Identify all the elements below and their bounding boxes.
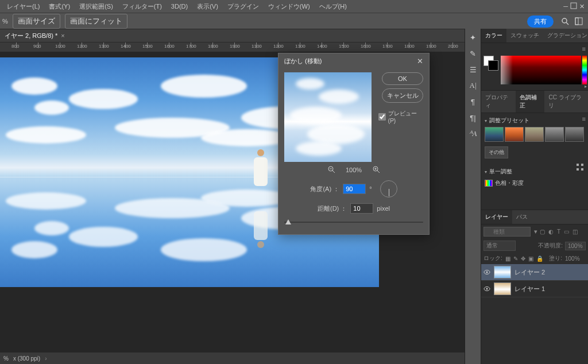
text-panel-icon[interactable]: A| xyxy=(468,80,478,91)
zoom-out-icon[interactable] xyxy=(327,165,335,175)
menu-plugin[interactable]: プラグイン xyxy=(224,1,262,12)
lock-all-icon[interactable]: 🔒 xyxy=(536,255,543,262)
background-swatch[interactable] xyxy=(488,60,498,71)
cancel-button[interactable]: キャンセル xyxy=(382,88,423,103)
adjust-menu-icon[interactable]: ≡ xyxy=(582,115,586,122)
filter-shape-icon[interactable]: ▭ xyxy=(564,229,569,235)
glyphs-panel-icon[interactable]: ¶| xyxy=(468,113,478,123)
preset-4[interactable] xyxy=(545,127,564,142)
menu-filter[interactable]: フィルター(T) xyxy=(119,1,165,12)
menu-3d[interactable]: 3D(D) xyxy=(168,2,191,11)
distance-slider[interactable] xyxy=(284,218,423,226)
maximize-icon[interactable] xyxy=(570,2,577,10)
filter-type-icon[interactable]: T xyxy=(557,229,560,235)
tab-color[interactable]: カラー xyxy=(481,29,506,42)
visibility-icon[interactable] xyxy=(483,269,490,276)
menubar: レイヤー(L) 書式(Y) 選択範囲(S) フィルター(T) 3D(D) 表示(… xyxy=(0,0,588,13)
adjustments-icon[interactable]: ☰ xyxy=(468,64,478,75)
menu-window[interactable]: ウィンドウ(W) xyxy=(265,1,314,12)
other-presets-button[interactable]: その他 xyxy=(485,146,508,158)
preset-2[interactable] xyxy=(505,127,524,142)
menu-layer[interactable]: レイヤー(L) xyxy=(3,1,43,12)
layer-filter-input[interactable] xyxy=(483,227,531,237)
tab-layers[interactable]: レイヤー xyxy=(481,210,512,224)
layers-list: レイヤー 2レイヤー 1 xyxy=(481,264,588,297)
lock-artboard-icon[interactable]: ▣ xyxy=(528,255,533,262)
preset-1[interactable] xyxy=(485,127,504,142)
color-panel: ≡ ▸ xyxy=(481,43,588,90)
dialog-preview[interactable] xyxy=(284,72,372,162)
lock-pixels-icon[interactable]: ▦ xyxy=(505,255,510,262)
character-panel-icon[interactable]: ᴬA xyxy=(468,129,478,139)
svg-point-15 xyxy=(486,288,488,290)
tab-adjustments[interactable]: 色調補正 xyxy=(516,91,545,113)
preset-3[interactable] xyxy=(525,127,544,142)
dialog-titlebar[interactable]: ぼかし (移動) ✕ xyxy=(278,53,429,69)
tab-cc-libraries[interactable]: CC ライブラリ xyxy=(544,91,588,113)
tab-paths[interactable]: パス xyxy=(512,210,532,224)
grid-view-icon[interactable] xyxy=(577,164,583,171)
adjust-presets-header[interactable]: 調整プリセット xyxy=(485,117,585,125)
angle-dial[interactable] xyxy=(380,180,397,198)
menu-format[interactable]: 書式(Y) xyxy=(45,1,74,12)
adjustments-panel: ≡ 調整プリセット その他 単一調整 色相・彩度 xyxy=(481,113,588,210)
ok-button[interactable]: OK xyxy=(382,72,423,85)
fg-bg-swatch[interactable] xyxy=(483,56,494,66)
zoom-in-icon[interactable] xyxy=(372,165,380,175)
status-arrow-icon[interactable]: › xyxy=(45,355,47,362)
layer-item[interactable]: レイヤー 1 xyxy=(481,281,588,297)
visibility-icon[interactable] xyxy=(483,285,490,292)
tab-swatches[interactable]: スウォッチ xyxy=(506,29,543,42)
preview-checkbox-row[interactable]: プレビュー(P) xyxy=(378,110,423,124)
menu-select[interactable]: 選択範囲(S) xyxy=(76,1,117,12)
svg-rect-4 xyxy=(575,18,578,25)
opacity-input[interactable]: 100% xyxy=(565,242,586,250)
subject-person-reflection xyxy=(253,207,269,248)
layer-item[interactable]: レイヤー 2 xyxy=(481,264,588,281)
fit-window-button[interactable]: 画面にフィット xyxy=(65,14,127,29)
tab-gradients[interactable]: グラデーション xyxy=(543,29,588,42)
preview-checkbox[interactable] xyxy=(378,113,386,121)
distance-label: 距離(D) ： xyxy=(318,204,347,213)
share-button[interactable]: 共有 xyxy=(527,16,554,28)
dialog-close-icon[interactable]: ✕ xyxy=(417,57,423,65)
menu-view[interactable]: 表示(V) xyxy=(194,1,222,12)
paragraph-icon[interactable]: ¶ xyxy=(468,96,478,107)
zoom-percent-suffix: % xyxy=(2,18,8,25)
close-icon[interactable]: ✕ xyxy=(579,3,585,10)
panel-menu-icon[interactable]: ≡ xyxy=(582,45,586,52)
slider-thumb[interactable] xyxy=(285,219,291,224)
svg-rect-0 xyxy=(571,3,577,9)
spectrum-arrow-icon[interactable]: ▸ xyxy=(585,84,587,89)
workspace-icon[interactable] xyxy=(573,16,585,27)
fill-label: 塗り: xyxy=(549,254,562,262)
panels-column: カラー スウォッチ グラデーション パターン ≡ ▸ プロパティ 色調補正 CC… xyxy=(481,29,588,364)
angle-input[interactable] xyxy=(343,184,366,194)
document-tab[interactable]: イヤー 2, RGB/8) * × xyxy=(5,32,65,40)
hue-sat-icon[interactable] xyxy=(485,180,493,187)
filter-image-icon[interactable]: ▢ xyxy=(540,229,545,235)
search-icon[interactable] xyxy=(559,16,571,27)
fill-input[interactable]: 100% xyxy=(565,255,586,262)
filter-adjust-icon[interactable]: ◐ xyxy=(548,229,554,235)
filter-smart-icon[interactable]: ◫ xyxy=(572,229,578,235)
angle-label: 角度(A) ： xyxy=(310,185,339,193)
svg-line-11 xyxy=(377,171,380,173)
tab-properties[interactable]: プロパティ xyxy=(481,91,516,113)
filter-dropdown-icon[interactable]: ▾ xyxy=(534,228,537,235)
single-adjust-header[interactable]: 単一調整 xyxy=(485,168,585,176)
svg-rect-3 xyxy=(575,18,582,25)
hue-bar[interactable] xyxy=(582,56,587,84)
distance-input[interactable] xyxy=(350,203,373,214)
fit-page-button[interactable]: 画面サイズ xyxy=(13,14,60,29)
menu-help[interactable]: ヘルプ(H) xyxy=(316,1,350,12)
close-tab-icon[interactable]: × xyxy=(61,32,64,39)
brushes-icon[interactable]: ✎ xyxy=(468,48,478,59)
lock-position-icon[interactable]: ✥ xyxy=(521,255,525,262)
minimize-icon[interactable]: ─ xyxy=(563,3,568,10)
lock-brush-icon[interactable]: ✎ xyxy=(513,255,518,262)
blend-mode-select[interactable]: 通常 xyxy=(483,241,516,251)
brush-panel-icon[interactable]: ✦ xyxy=(468,32,478,42)
preset-5[interactable] xyxy=(565,127,584,142)
color-spectrum[interactable] xyxy=(501,56,581,84)
